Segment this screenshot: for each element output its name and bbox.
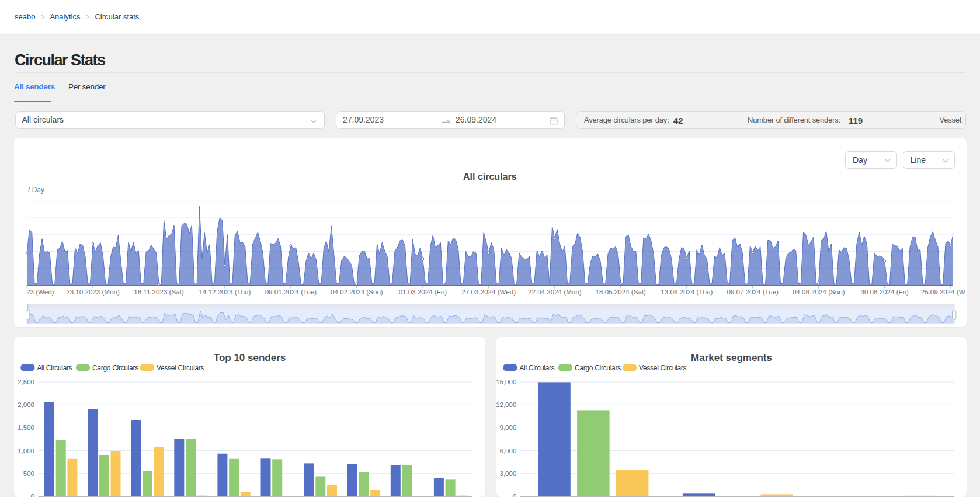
- svg-text:18.11.2023 (Sat): 18.11.2023 (Sat): [134, 288, 184, 296]
- svg-text:9,000: 9,000: [500, 424, 517, 431]
- svg-text:3,000: 3,000: [500, 470, 517, 477]
- svg-text:04.02.2024 (Sun): 04.02.2024 (Sun): [331, 288, 383, 296]
- svg-text:14.12.2023 (Thu): 14.12.2023 (Thu): [199, 288, 251, 296]
- svg-text:Vessel Circulars: Vessel Circulars: [157, 364, 204, 372]
- svg-text:22.04.2024 (Mon): 22.04.2024 (Mon): [528, 288, 582, 296]
- svg-text:30.08.2024 (Fri): 30.08.2024 (Fri): [860, 288, 909, 296]
- svg-text:0: 0: [31, 493, 34, 497]
- svg-text:2,500: 2,500: [18, 378, 34, 385]
- svg-text:18.05.2024 (Sat): 18.05.2024 (Sat): [596, 288, 647, 296]
- svg-text:1,000: 1,000: [18, 447, 34, 454]
- svg-text:23 (Wed): 23 (Wed): [26, 288, 54, 296]
- svg-text:500: 500: [23, 470, 34, 477]
- svg-text:6,000: 6,000: [500, 447, 517, 454]
- svg-text:1,500: 1,500: [18, 424, 34, 431]
- svg-text:01.03.2024 (Fri): 01.03.2024 (Fri): [399, 288, 447, 296]
- svg-text:Top 10 senders: Top 10 senders: [214, 352, 286, 363]
- svg-text:25.09.2024 (W: 25.09.2024 (W: [921, 288, 965, 296]
- svg-text:15,000: 15,000: [496, 378, 516, 385]
- svg-text:13.06.2024 (Thu): 13.06.2024 (Thu): [661, 288, 713, 296]
- svg-text:09.01.2024 (Tue): 09.01.2024 (Tue): [265, 288, 317, 296]
- svg-text:Vessel Circulars: Vessel Circulars: [639, 364, 687, 372]
- svg-text:Market segments: Market segments: [691, 352, 772, 363]
- svg-text:09.07.2024 (Tue): 09.07.2024 (Tue): [727, 288, 779, 296]
- svg-text:12,000: 12,000: [496, 401, 516, 408]
- svg-text:27.03.2024 (Wed): 27.03.2024 (Wed): [461, 288, 516, 296]
- svg-text:All Circulars: All Circulars: [519, 364, 554, 372]
- svg-text:23.10.2023 (Mon): 23.10.2023 (Mon): [66, 288, 120, 296]
- svg-text:Cargo Circulars: Cargo Circulars: [92, 364, 138, 372]
- svg-text:04.08.2024 (Sun): 04.08.2024 (Sun): [793, 288, 845, 296]
- svg-text:2,000: 2,000: [18, 401, 34, 408]
- svg-text:All Circulars: All Circulars: [37, 364, 72, 372]
- svg-text:Cargo Circulars: Cargo Circulars: [575, 364, 621, 372]
- svg-text:0: 0: [513, 493, 516, 497]
